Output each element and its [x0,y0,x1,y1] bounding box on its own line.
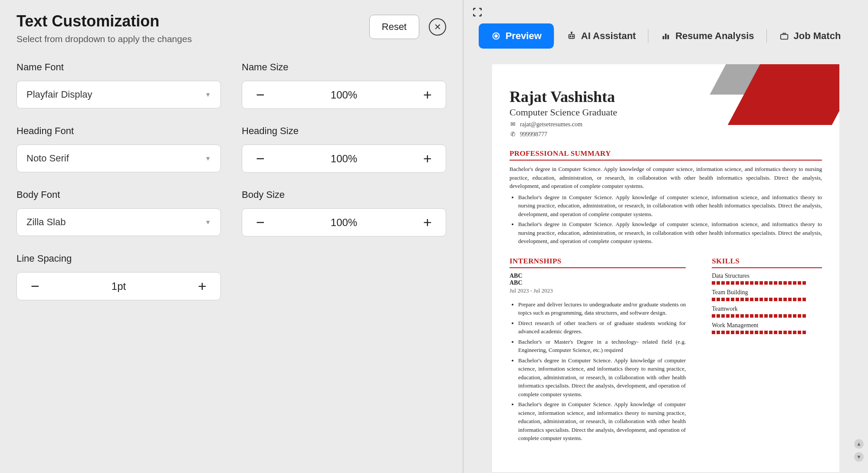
name-size-increase[interactable]: + [419,86,436,103]
svg-point-3 [570,36,571,37]
heading-size-value: 100% [331,153,357,165]
internship-bullet: Bachelor's degree in Computer Science. A… [518,400,686,443]
text-customization-panel: Text Customization Select from dropdown … [0,0,463,473]
internship-role: ABC [510,279,686,286]
resume-phone: 999998777 [520,131,547,138]
summary-text: Bachelor's degree in Computer Science. A… [510,165,822,191]
internship-bullet: Bachelor's degree in Computer Science. A… [518,356,686,399]
skill-level-bar [712,314,822,318]
heading-size-increase[interactable]: + [419,150,436,167]
name-size-value: 100% [331,89,357,101]
section-summary-title: PROFESSIONAL SUMMARY [510,149,822,158]
phone-icon: ✆ [510,131,516,138]
chevron-down-icon: ▼ [205,219,211,226]
tab-ai-label: AI Assistant [581,30,636,42]
chevron-down-icon: ▼ [205,155,211,162]
svg-rect-10 [780,34,788,39]
heading-font-dropdown[interactable]: Noto Serif ▼ [16,145,221,172]
body-size-decrease[interactable]: − [252,214,269,231]
body-font-label: Body Font [16,189,221,200]
name-font-value: Playfair Display [26,89,92,100]
expand-button[interactable] [470,4,485,20]
tab-job-match[interactable]: Job Match [767,23,853,49]
resume-email: rajat@getsetresumes.com [520,121,582,128]
section-rule [712,267,822,268]
panel-subtitle: Select from dropdown to apply the change… [16,34,192,44]
scroll-down-button[interactable]: ▼ [854,452,864,462]
svg-rect-8 [665,34,667,39]
heading-size-label: Heading Size [242,125,446,137]
body-size-increase[interactable]: + [419,214,436,231]
svg-rect-9 [667,35,669,39]
tab-resume-analysis[interactable]: Resume Analysis [648,23,766,49]
skill-level-bar [712,281,822,285]
body-size-label: Body Size [242,189,446,200]
heading-size-decrease[interactable]: − [252,150,269,167]
skill-level-bar [712,298,822,301]
section-rule [510,267,686,268]
internship-bullet: Prepare and deliver lectures to undergra… [518,300,686,317]
eye-icon [491,31,501,41]
close-button[interactable]: ✕ [429,18,446,36]
tab-preview-label: Preview [506,30,542,42]
heading-font-value: Noto Serif [26,153,69,164]
body-size-stepper: − 100% + [242,208,446,236]
line-spacing-decrease[interactable]: − [26,278,44,295]
briefcase-icon [779,31,789,41]
name-size-label: Name Size [242,62,446,73]
body-font-dropdown[interactable]: Zilla Slab ▼ [16,208,221,236]
summary-bullet: Bachelor's degree in Computer Science. A… [518,220,822,246]
robot-icon [566,31,577,41]
svg-point-4 [572,36,573,37]
body-font-value: Zilla Slab [26,217,66,228]
name-size-stepper: − 100% + [242,81,446,109]
chevron-down-icon: ▼ [856,454,861,460]
tab-jobmatch-label: Job Match [794,30,841,42]
heading-size-stepper: − 100% + [242,145,446,173]
tab-analysis-label: Resume Analysis [675,30,754,42]
section-internships-title: INTERNSHIPS [510,257,686,266]
preview-panel: Preview AI Assistant Resume Analysis [464,0,868,473]
line-spacing-stepper: − 1pt + [16,272,221,300]
tab-preview[interactable]: Preview [479,23,554,49]
name-font-label: Name Font [16,62,221,73]
svg-point-6 [571,32,572,33]
heading-font-label: Heading Font [16,125,221,137]
internship-bullet: Bachelor's or Master's Degree in a techn… [518,338,686,355]
panel-title: Text Customization [16,12,192,30]
mail-icon: ✉ [510,121,516,128]
internship-company: ABC [510,273,686,279]
resume-preview: Rajat Vashishta Computer Science Graduat… [492,64,839,472]
reset-button[interactable]: Reset [369,15,419,39]
close-icon: ✕ [434,22,441,32]
tab-ai-assistant[interactable]: AI Assistant [554,23,648,49]
line-spacing-label: Line Spacing [16,253,221,264]
body-size-value: 100% [331,217,357,229]
summary-bullet: Bachelor's degree in Computer Science. A… [518,193,822,219]
name-size-decrease[interactable]: − [252,86,269,103]
skill-name: Team Building [712,289,822,296]
tabs-bar: Preview AI Assistant Resume Analysis [479,23,853,49]
svg-rect-7 [663,36,664,39]
name-font-dropdown[interactable]: Playfair Display ▼ [16,81,221,108]
expand-icon [472,7,483,18]
scroll-up-button[interactable]: ▲ [854,439,864,449]
chevron-down-icon: ▼ [205,91,211,98]
bar-chart-icon [661,31,671,41]
svg-point-1 [495,35,497,37]
line-spacing-increase[interactable]: + [194,278,211,295]
skill-name: Work Management [712,322,822,329]
chevron-up-icon: ▲ [856,441,861,447]
section-rule [510,160,822,161]
internship-bullet: Direct research of other teachers or of … [518,319,686,336]
internship-dates: Jul 2023 - Jul 2023 [510,287,686,294]
skill-level-bar [712,331,822,334]
skill-name: Data Structures [712,273,822,279]
skill-name: Teamwork [712,305,822,312]
line-spacing-value: 1pt [112,280,126,292]
section-skills-title: SKILLS [712,257,822,266]
